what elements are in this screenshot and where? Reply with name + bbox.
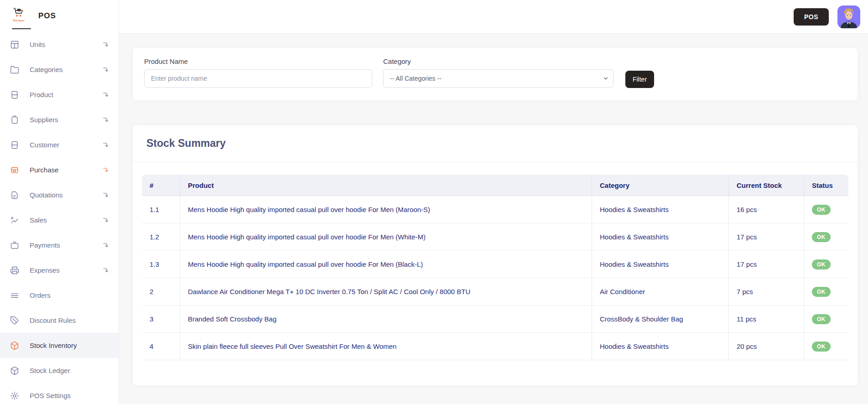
expand-arrow-icon — [102, 267, 109, 274]
cell-category: Hoodies & Sweatshirts — [592, 333, 729, 360]
package-icon — [10, 341, 19, 350]
expand-arrow-icon — [102, 141, 109, 149]
register-icon — [10, 166, 19, 175]
user-avatar[interactable] — [837, 5, 860, 28]
filter-button[interactable]: Filter — [625, 71, 654, 88]
expand-arrow-icon — [102, 91, 109, 98]
expand-arrow-icon — [102, 66, 109, 73]
sidebar-item-pos-settings[interactable]: POS Settings — [0, 383, 119, 404]
category-label: Category — [383, 57, 613, 65]
sidebar-menu: Units Categories Product Suppliers Custo — [0, 32, 119, 404]
sidebar-logo[interactable]: POS Saver POS — [0, 0, 119, 32]
menu-icon — [10, 291, 19, 300]
product-name-field: Product Name — [144, 57, 372, 88]
stock-summary-title: Stock Summary — [133, 125, 858, 150]
topbar: POS — [119, 0, 868, 34]
sidebar-item-product[interactable]: Product — [0, 82, 119, 107]
logo-subtext: POS Saver — [13, 19, 25, 22]
table-row[interactable]: 1.2 Mens Hoodie High quality imported ca… — [142, 223, 848, 251]
cell-stock: 20 pcs — [729, 333, 804, 360]
sidebar-item-customer[interactable]: Customer — [0, 132, 119, 157]
cell-num: 1.1 — [142, 196, 180, 223]
expand-arrow-icon — [102, 192, 109, 199]
status-badge: OK — [812, 287, 831, 297]
sidebar-item-suppliers[interactable]: Suppliers — [0, 107, 119, 132]
cell-category: Hoodies & Sweatshirts — [592, 223, 729, 251]
status-badge: OK — [812, 205, 831, 215]
expand-arrow-icon — [102, 116, 109, 124]
expand-arrow-icon — [102, 166, 109, 174]
stock-table-wrap: # Product Category Current Stock Status … — [133, 162, 858, 360]
expand-arrow-icon — [102, 41, 109, 48]
sidebar-item-orders[interactable]: Orders — [0, 283, 119, 308]
printer-icon — [10, 266, 19, 275]
stock-summary-card: Stock Summary # Product Category Current… — [133, 125, 858, 385]
cell-category: CrossBody & Shoulder Bag — [592, 306, 729, 333]
col-header-category: Category — [592, 175, 729, 196]
table-row[interactable]: 2 Dawlance Air Conditioner Mega T+ 10 DC… — [142, 278, 848, 306]
status-badge: OK — [812, 259, 831, 269]
status-badge: OK — [812, 342, 831, 352]
briefcase-icon — [10, 241, 19, 250]
category-field: Category -- All Categories -- — [383, 57, 613, 88]
cell-num: 2 — [142, 278, 180, 306]
sidebar: POS Saver POS Units Categories Product — [0, 0, 119, 404]
cell-num: 4 — [142, 333, 180, 360]
table-row[interactable]: 4 Skin plain fleece full sleeves Pull Ov… — [142, 333, 848, 360]
cell-num: 1.2 — [142, 223, 180, 251]
cell-product: Mens Hoodie High quality imported casual… — [180, 251, 592, 278]
sidebar-item-sales[interactable]: Sales — [0, 207, 119, 233]
gear-icon — [10, 391, 19, 400]
folder-icon — [10, 65, 19, 74]
table-row[interactable]: 3 Branded Soft Crossbody Bag CrossBody &… — [142, 306, 848, 333]
sidebar-item-discount-rules[interactable]: Discount Rules — [0, 308, 119, 333]
cell-product: Branded Soft Crossbody Bag — [180, 306, 592, 333]
grid-icon — [10, 40, 19, 49]
cell-category: Air Conditioner — [592, 278, 729, 306]
cell-product: Dawlance Air Conditioner Mega T+ 10 DC I… — [180, 278, 592, 306]
cell-stock: 11 pcs — [729, 306, 804, 333]
tag-icon — [10, 316, 19, 325]
sidebar-item-units[interactable]: Units — [0, 32, 119, 57]
cell-stock: 7 pcs — [729, 278, 804, 306]
sidebar-item-stock-inventory[interactable]: Stock Inventory — [0, 333, 119, 358]
table-row[interactable]: 1.1 Mens Hoodie High quality imported ca… — [142, 196, 848, 223]
pos-logo-icon: POS Saver — [11, 7, 26, 25]
cell-stock: 16 pcs — [729, 196, 804, 223]
status-badge: OK — [812, 232, 831, 242]
package-icon — [10, 366, 19, 375]
cell-stock: 17 pcs — [729, 251, 804, 278]
cell-num: 3 — [142, 306, 180, 333]
sidebar-item-purchase[interactable]: Purchase — [0, 157, 119, 182]
pos-button[interactable]: POS — [794, 8, 829, 26]
chart-icon — [10, 216, 19, 225]
sidebar-item-expenses[interactable]: Expenses — [0, 258, 119, 283]
stock-table: # Product Category Current Stock Status … — [142, 175, 848, 360]
file-text-icon — [10, 191, 19, 200]
col-header-status: Status — [804, 175, 848, 196]
status-badge: OK — [812, 314, 831, 324]
table-header-row: # Product Category Current Stock Status — [142, 175, 848, 196]
brand-title: POS — [38, 11, 56, 21]
category-select[interactable]: -- All Categories -- — [383, 69, 613, 88]
product-name-label: Product Name — [144, 57, 372, 65]
split-box-icon — [10, 140, 19, 150]
cell-product: Mens Hoodie High quality imported casual… — [180, 196, 592, 223]
cell-product: Skin plain fleece full sleeves Pull Over… — [180, 333, 592, 360]
cell-product: Mens Hoodie High quality imported casual… — [180, 223, 592, 251]
col-header-num: # — [142, 175, 180, 196]
product-name-input[interactable] — [144, 69, 372, 88]
cell-category: Hoodies & Sweatshirts — [592, 196, 729, 223]
cell-stock: 17 pcs — [729, 223, 804, 251]
main-area: POS Product Name — [119, 0, 868, 404]
sidebar-item-categories[interactable]: Categories — [0, 57, 119, 82]
clipboard-icon — [10, 115, 19, 124]
cell-category: Hoodies & Sweatshirts — [592, 251, 729, 278]
sidebar-item-payments[interactable]: Payments — [0, 233, 119, 258]
sidebar-item-stock-ledger[interactable]: Stock Ledger — [0, 358, 119, 383]
table-row[interactable]: 1.3 Mens Hoodie High quality imported ca… — [142, 251, 848, 278]
sidebar-item-quotations[interactable]: Quotations — [0, 182, 119, 207]
col-header-current-stock: Current Stock — [729, 175, 804, 196]
cell-num: 1.3 — [142, 251, 180, 278]
expand-arrow-icon — [102, 242, 109, 249]
